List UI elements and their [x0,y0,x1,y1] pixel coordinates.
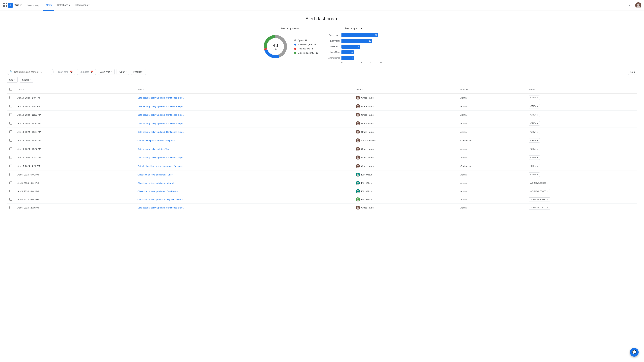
status-badge-12[interactable]: ACKNOWLEDGED ▾ [528,197,550,201]
row-checkbox-12[interactable] [10,198,12,201]
apps-menu-icon[interactable] [3,3,7,7]
cell-status-6[interactable]: OPEN ▾ [526,145,637,153]
cell-status-1[interactable]: OPEN ▾ [526,102,637,111]
help-button[interactable]: ? [626,2,632,8]
status-badge-4[interactable]: OPEN ▾ [528,130,540,134]
row-checkbox-1[interactable] [10,105,12,107]
alert-link-12[interactable]: Classification level published: Highly C… [138,198,184,201]
row-checkbox-8[interactable] [10,165,12,167]
cell-alert-0[interactable]: Data security policy updated: Confluence… [135,93,353,102]
row-checkbox-11[interactable] [10,190,12,192]
status-badge-1[interactable]: OPEN ▾ [528,104,540,108]
alert-link-1[interactable]: Data security policy updated: Confluence… [138,105,184,108]
nav-item-integrations[interactable]: Integrations ▾ [73,0,92,11]
cell-status-9[interactable]: OPEN ▾ [526,170,637,179]
status-badge-0[interactable]: OPEN ▾ [528,95,540,100]
cell-alert-6[interactable]: Data security policy deleted: Test [135,145,353,153]
start-date-label: Start date [58,70,68,73]
alert-link-13[interactable]: Data security policy updated: Confluence… [138,206,184,209]
end-date-button[interactable]: End date 📅 [77,69,96,75]
cell-alert-8[interactable]: Default classification level decreased f… [135,162,353,170]
cell-alert-10[interactable]: Classification level published: Internal [135,179,353,187]
row-checkbox-3[interactable] [10,122,12,124]
cell-alert-1[interactable]: Data security policy updated: Confluence… [135,102,353,111]
alert-link-9[interactable]: Classification level published: Public [138,173,172,176]
status-filter[interactable]: Status ▾ [20,77,33,83]
cell-alert-2[interactable]: Data security policy updated: Confluence… [135,111,353,119]
product-filter[interactable]: Product ▾ [131,69,146,75]
alert-type-filter[interactable]: Alert type ▾ [98,69,114,75]
cell-time-9: Apr 5, 2024 6:01 PM [15,170,135,179]
alert-link-4[interactable]: Data security policy updated: Confluence… [138,131,184,133]
cell-status-4[interactable]: OPEN ▾ [526,128,637,136]
cell-status-13[interactable]: ACKNOWLEDGED ▾ [526,204,637,212]
cell-status-7[interactable]: OPEN ▾ [526,153,637,162]
nav-item-alerts[interactable]: Alerts [43,0,54,11]
status-badge-11[interactable]: ACKNOWLEDGED ▾ [528,189,550,193]
row-checkbox-9[interactable] [10,173,12,176]
actor-name-cell-2: Grace Harris [361,114,374,116]
cell-alert-3[interactable]: Data security policy updated: Confluence… [135,119,353,128]
row-checkbox-2[interactable] [10,113,12,116]
brand-logo[interactable]: G Guard [8,3,22,8]
cell-status-11[interactable]: ACKNOWLEDGED ▾ [526,187,637,195]
start-date-button[interactable]: Start date 📅 [56,69,75,75]
status-badge-3[interactable]: OPEN ▾ [528,121,540,125]
cell-product-5: Confluence [458,136,526,145]
alert-link-3[interactable]: Data security policy updated: Confluence… [138,122,184,125]
cell-alert-4[interactable]: Data security policy updated: Confluence… [135,128,353,136]
cell-status-10[interactable]: ACKNOWLEDGED ▾ [526,179,637,187]
row-checkbox-10[interactable] [10,182,12,184]
status-badge-9[interactable]: OPEN ▾ [528,172,540,177]
row-checkbox-4[interactable] [10,130,12,133]
alert-link-7[interactable]: Data security policy updated: Confluence… [138,156,184,159]
cell-alert-11[interactable]: Classification level published: Confiden… [135,187,353,195]
row-checkbox-13[interactable] [10,206,12,209]
cell-alert-5[interactable]: Confluence spaces exported: 5 spaces [135,136,353,145]
status-badge-13[interactable]: ACKNOWLEDGED ▾ [528,206,550,210]
cell-time-5: Apr 19, 2024 11:29 AM [15,136,135,145]
alert-link-5[interactable]: Confluence spaces exported: 5 spaces [138,139,175,142]
cell-time-7: Apr 19, 2024 10:02 AM [15,153,135,162]
row-checkbox-5[interactable] [10,139,12,142]
cell-time-4: Apr 19, 2024 11:33 AM [15,128,135,136]
row-checkbox-0[interactable] [10,96,12,99]
site-filter[interactable]: Site ▾ [7,77,18,83]
table-row: Apr 5, 2024 6:01 PM Classification level… [7,195,637,204]
status-badge-6[interactable]: OPEN ▾ [528,147,540,151]
status-badge-2[interactable]: OPEN ▾ [528,113,540,117]
alert-link-0[interactable]: Data security policy updated: Confluence… [138,96,184,99]
alert-link-2[interactable]: Data security policy updated: Confluence… [138,114,184,116]
cell-status-3[interactable]: OPEN ▾ [526,119,637,128]
status-badge-5[interactable]: OPEN ▾ [528,138,540,143]
search-box[interactable]: 🔍 [7,69,54,75]
alert-link-10[interactable]: Classification level published: Internal [138,182,174,184]
status-label: Status [22,78,29,81]
cell-status-2[interactable]: OPEN ▾ [526,111,637,119]
cell-status-12[interactable]: ACKNOWLEDGED ▾ [526,195,637,204]
actor-filter[interactable]: Actor ▾ [116,69,129,75]
status-chevron-icon: ▾ [537,97,538,99]
cell-status-0[interactable]: OPEN ▾ [526,93,637,102]
cell-alert-9[interactable]: Classification level published: Public [135,170,353,179]
user-avatar[interactable] [635,2,641,8]
row-checkbox-7[interactable] [10,156,12,159]
cell-status-8[interactable]: OPEN ▾ [526,162,637,170]
status-badge-8[interactable]: OPEN ▾ [528,164,540,168]
actor-chart-title: Alerts by actor [325,27,382,30]
cell-alert-13[interactable]: Data security policy updated: Confluence… [135,204,353,212]
cell-alert-12[interactable]: Classification level published: Highly C… [135,195,353,204]
row-checkbox-6[interactable] [10,147,12,150]
cell-alert-7[interactable]: Data security policy updated: Confluence… [135,153,353,162]
alert-link-8[interactable]: Default classification level decreased f… [138,165,185,167]
status-badge-10[interactable]: ACKNOWLEDGED ▾ [528,181,550,185]
search-input[interactable] [14,70,48,73]
alert-link-11[interactable]: Classification level published: Confiden… [138,190,178,193]
per-page-selector[interactable]: 15 ▾ [628,69,637,75]
alert-link-6[interactable]: Data security policy deleted: Test [138,148,170,150]
status-badge-7[interactable]: OPEN ▾ [528,155,540,160]
cell-status-5[interactable]: OPEN ▾ [526,136,637,145]
actor-name-cell-3: Grace Harris [361,122,374,125]
nav-item-detections[interactable]: Detections ▾ [54,0,72,11]
select-all-checkbox[interactable] [10,88,12,91]
